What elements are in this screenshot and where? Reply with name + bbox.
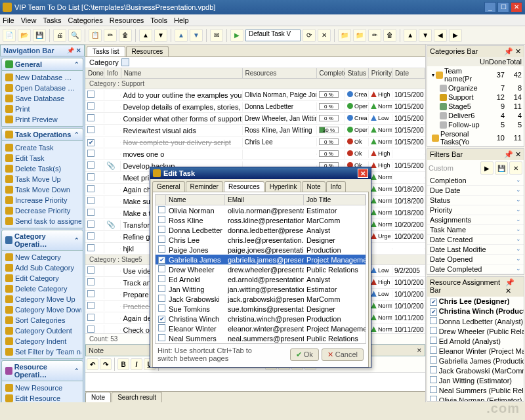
resource-row[interactable]: Gabriella James (Production) xyxy=(427,356,524,366)
play-icon[interactable]: ▶ xyxy=(230,29,243,42)
delete-view-icon[interactable]: ✕ xyxy=(318,29,331,42)
col-header[interactable]: Status xyxy=(345,68,369,78)
view-combo[interactable]: Default Task V xyxy=(245,30,301,41)
tree-node[interactable]: ▾Team name(Pr3742 xyxy=(427,66,524,83)
res-checkbox[interactable]: ✔ xyxy=(430,299,437,306)
res-checkbox[interactable] xyxy=(430,356,437,364)
resource-row[interactable]: ✔ Chris Lee (Designer) xyxy=(427,297,524,306)
print-icon[interactable]: 🖨 xyxy=(53,29,66,42)
open-db-icon[interactable]: 📂 xyxy=(18,29,31,42)
redo-icon[interactable]: ↷ xyxy=(100,358,112,370)
done-checkbox[interactable] xyxy=(87,244,94,251)
resource-row[interactable]: ✔Christina Winchchristina.winch@presenta… xyxy=(156,314,366,324)
dialog-tab-resources[interactable]: Resources xyxy=(224,181,264,192)
dropdown-icon[interactable] xyxy=(121,58,129,66)
nav-section-general[interactable]: General⌃ xyxy=(1,58,83,71)
italic-icon[interactable]: I xyxy=(131,358,142,370)
dialog-tab-info[interactable]: Info xyxy=(326,181,346,192)
done-checkbox[interactable] xyxy=(87,161,94,169)
resource-row[interactable]: Jack Grabowski (MarComm) xyxy=(427,366,524,375)
done-checkbox[interactable] xyxy=(87,185,94,192)
tab-resources[interactable]: Resources xyxy=(126,46,169,56)
resource-row[interactable]: Olivia Normanolivia.norman@presentatiEst… xyxy=(156,205,366,215)
filter-row[interactable]: Date Created⌄ xyxy=(427,235,524,245)
new-db-icon[interactable]: 📄 xyxy=(3,29,16,42)
dialog-tab-note[interactable]: Note xyxy=(302,181,325,192)
maximize-button[interactable]: ☐ xyxy=(497,2,509,12)
resource-row[interactable]: Donna Ledbetterdonna.ledbetter@presentAn… xyxy=(156,225,366,235)
dialog-titlebar[interactable]: Edit Task ✕ xyxy=(150,167,371,179)
nav-item[interactable]: Increase Priority xyxy=(3,195,81,205)
bottom-tab-search[interactable]: Search result xyxy=(112,392,162,402)
resource-row[interactable]: Ed Arnolded.arnold@presentation.cAnalyst xyxy=(156,274,366,284)
done-checkbox[interactable] xyxy=(87,91,94,98)
col-jobtitle[interactable]: Job Title xyxy=(304,195,366,205)
res-checkbox[interactable] xyxy=(430,376,437,383)
col-header[interactable]: Priority xyxy=(369,68,392,78)
nav-section-resops[interactable]: Resource Operati…⌃ xyxy=(1,360,83,381)
col-name[interactable]: Name xyxy=(166,195,225,205)
nav-item[interactable]: Category Indent xyxy=(3,336,81,346)
nav-item[interactable]: Task Move Up xyxy=(3,174,81,184)
filter-row[interactable]: Completion⌄ xyxy=(427,176,524,186)
filter-row[interactable]: Date Last Modifie⌄ xyxy=(427,245,524,255)
done-checkbox[interactable] xyxy=(87,302,94,309)
resource-row[interactable]: Jack Grabowskijack.grabowski@presentaMar… xyxy=(156,294,366,304)
note-editor[interactable] xyxy=(85,373,425,391)
tree-node[interactable]: Deliver644 xyxy=(427,111,524,120)
bold-icon[interactable]: B xyxy=(117,358,129,370)
nav-section-taskops[interactable]: Task Operations⌃ xyxy=(1,128,83,141)
resource-row[interactable]: Paige Jonespaige.jones@presentationProdu… xyxy=(156,245,366,255)
cat-outdent-icon[interactable]: ◀ xyxy=(434,29,447,42)
res-checkbox[interactable] xyxy=(430,337,437,344)
res-checkbox[interactable] xyxy=(430,386,437,393)
tree-node[interactable]: Stage5911 xyxy=(427,102,524,111)
resource-row[interactable]: Drew Wheelerdrew.wheeler@presentatiPubli… xyxy=(156,264,366,274)
task-row[interactable]: Consider what other forms of support can… xyxy=(85,113,425,125)
new-task-icon[interactable]: 📋 xyxy=(89,29,102,42)
tree-node[interactable]: Personal Tasks(Yo1011 xyxy=(427,129,524,146)
task-row[interactable]: ✔Now complete your delivery scriptChris … xyxy=(85,136,425,148)
close-icon[interactable]: 📌 ✕ xyxy=(504,47,521,56)
filter-save-icon[interactable]: 💾 xyxy=(495,161,508,175)
cat-sub-icon[interactable]: 📁 xyxy=(353,29,366,42)
move-up-icon[interactable]: ▲ xyxy=(139,29,152,42)
nav-item[interactable]: Edit Category xyxy=(3,273,81,284)
close-icon[interactable]: 📌 ✕ xyxy=(505,278,521,295)
refresh-icon[interactable]: ⟳ xyxy=(303,29,316,42)
col-header[interactable]: Done xyxy=(85,68,104,78)
resource-row[interactable]: Neal Summersneal.summers@presentatiPubli… xyxy=(156,333,366,343)
tree-node[interactable]: Follow-up55 xyxy=(427,120,524,129)
done-checkbox[interactable] xyxy=(87,220,94,228)
col-header[interactable]: Date xyxy=(392,68,425,78)
menu-tools[interactable]: Tools xyxy=(150,16,167,24)
done-checkbox[interactable] xyxy=(87,266,94,274)
cancel-button[interactable]: ✕Cancel xyxy=(322,348,364,361)
filter-row[interactable]: Status⌄ xyxy=(427,196,524,205)
nav-item[interactable]: Create Task xyxy=(3,142,81,153)
res-checkbox[interactable]: ✔ xyxy=(430,308,437,316)
delete-task-icon[interactable]: 🗑 xyxy=(119,29,132,42)
col-header[interactable]: Info xyxy=(104,68,121,78)
res-checkbox[interactable] xyxy=(158,295,165,302)
nav-item[interactable]: Edit Resource xyxy=(3,393,81,402)
save-db-icon[interactable]: 💾 xyxy=(33,29,46,42)
undo-icon[interactable]: ↶ xyxy=(87,358,98,370)
done-checkbox[interactable] xyxy=(87,290,94,297)
res-checkbox[interactable]: ✔ xyxy=(158,316,165,323)
res-checkbox[interactable] xyxy=(158,304,165,312)
nav-item[interactable]: Category Move Up xyxy=(3,294,81,304)
filter-row[interactable]: Task Name⌄ xyxy=(427,225,524,235)
res-checkbox[interactable] xyxy=(158,275,165,282)
nav-section-catops[interactable]: Category Operati…⌃ xyxy=(1,230,83,251)
pin-icon[interactable]: 📌 ✕ xyxy=(67,47,81,54)
tree-node[interactable]: Support1214 xyxy=(427,93,524,102)
ok-button[interactable]: ✔Ok xyxy=(290,348,319,361)
filter-row[interactable]: Priority⌄ xyxy=(427,205,524,215)
dialog-tab-reminder[interactable]: Reminder xyxy=(186,181,223,192)
close-icon[interactable]: 📌 ✕ xyxy=(504,150,521,159)
col-header[interactable]: Complete xyxy=(317,68,345,78)
nav-item[interactable]: Print xyxy=(3,104,81,114)
res-checkbox[interactable] xyxy=(158,324,165,331)
cat-new-icon[interactable]: 📁 xyxy=(338,29,351,42)
